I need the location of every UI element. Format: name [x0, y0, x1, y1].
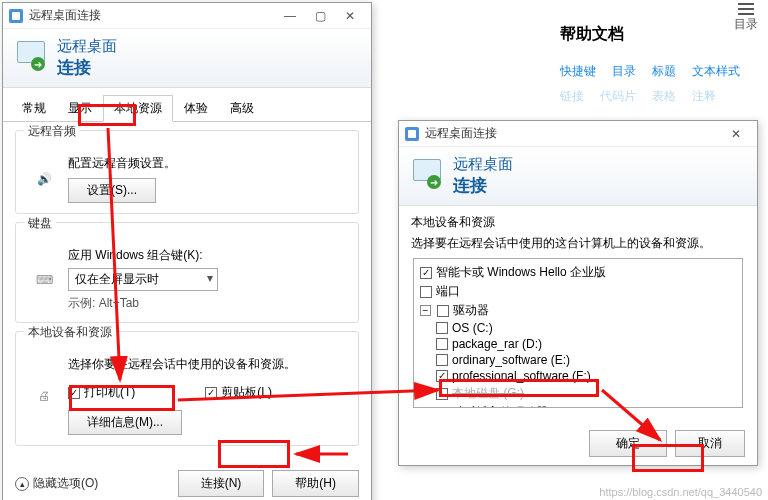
device-tree[interactable]: 智能卡或 Windows Hello 企业版 端口 −驱动器 OS (C:) p… — [413, 258, 743, 408]
group-keyboard: 键盘 ⌨ 应用 Windows 组合键(K): 仅在全屏显示时 示例: Alt+… — [15, 222, 359, 323]
help-button[interactable]: 帮助(H) — [272, 470, 359, 497]
tab-advanced[interactable]: 高级 — [219, 95, 265, 122]
audio-text: 配置远程音频设置。 — [68, 155, 348, 172]
close-button[interactable]: ✕ — [335, 9, 365, 23]
group-local-devices: 本地设备和资源 🖨 选择你要在远程会话中使用的设备和资源。 打印机(T) 剪贴板… — [15, 331, 359, 446]
window-title: 远程桌面连接 — [425, 125, 721, 142]
group-remote-audio: 远程音频 🔊 配置远程音频设置。 设置(S)... — [15, 130, 359, 214]
later-drives-checkbox[interactable] — [436, 407, 448, 409]
kb-example: 示例: Alt+Tab — [68, 295, 348, 312]
toc-icon[interactable]: 目录 — [734, 2, 758, 33]
drive-e-checkbox[interactable] — [436, 354, 448, 366]
banner: ➜ 远程桌面 连接 — [3, 29, 371, 88]
kb-label: 应用 Windows 组合键(K): — [68, 247, 348, 264]
keyboard-icon: ⌨ — [26, 265, 62, 295]
connect-button[interactable]: 连接(N) — [178, 470, 265, 497]
tab-general[interactable]: 常规 — [11, 95, 57, 122]
collapse-icon[interactable]: − — [420, 305, 431, 316]
more-devices-button[interactable]: 详细信息(M)... — [68, 410, 182, 435]
printer-checkbox[interactable]: 打印机(T) — [68, 383, 135, 402]
ports-checkbox[interactable] — [420, 286, 432, 298]
tab-local-resources[interactable]: 本地资源 — [103, 95, 173, 122]
dialog-footer: 确定 取消 — [399, 422, 757, 465]
audio-settings-button[interactable]: 设置(S)... — [68, 178, 156, 203]
rdc-devices-dialog: 远程桌面连接 ✕ ➜ 远程桌面 连接 本地设备和资源 选择要在远程会话中使用的这… — [398, 120, 758, 466]
titlebar[interactable]: 远程桌面连接 — ▢ ✕ — [3, 3, 371, 29]
rdc-icon: ➜ — [13, 41, 51, 75]
banner: ➜ 远程桌面 连接 — [399, 147, 757, 206]
devices-icon: 🖨 — [26, 381, 62, 411]
footer: ▴隐藏选项(O) 连接(N) 帮助(H) — [3, 462, 371, 500]
drive-d-checkbox[interactable] — [436, 338, 448, 350]
maximize-button[interactable]: ▢ — [305, 9, 335, 23]
speaker-icon: 🔊 — [26, 164, 62, 194]
close-button[interactable]: ✕ — [721, 127, 751, 141]
app-icon — [9, 9, 23, 23]
smartcard-checkbox[interactable] — [420, 267, 432, 279]
ok-button[interactable]: 确定 — [589, 430, 667, 457]
svg-rect-1 — [738, 8, 754, 10]
drive-g-checkbox[interactable] — [436, 388, 448, 400]
drive-c-checkbox[interactable] — [436, 322, 448, 334]
drives-checkbox[interactable] — [437, 305, 449, 317]
devices-text: 选择你要在远程会话中使用的设备和资源。 — [68, 356, 348, 373]
svg-rect-0 — [738, 3, 754, 5]
help-tab[interactable]: 标题 — [652, 63, 676, 80]
tab-display[interactable]: 显示 — [57, 95, 103, 122]
window-title: 远程桌面连接 — [29, 7, 275, 24]
help-tab[interactable]: 文本样式 — [692, 63, 740, 80]
kb-combo-select[interactable]: 仅在全屏显示时 — [68, 268, 218, 291]
minimize-button[interactable]: — — [275, 9, 305, 23]
rdc-main-window: 远程桌面连接 — ▢ ✕ ➜ 远程桌面 连接 常规 显示 本地资源 体验 高级 … — [2, 2, 372, 500]
titlebar[interactable]: 远程桌面连接 ✕ — [399, 121, 757, 147]
cancel-button[interactable]: 取消 — [675, 430, 745, 457]
tabs: 常规 显示 本地资源 体验 高级 — [3, 88, 371, 122]
drive-f-checkbox[interactable] — [436, 370, 448, 382]
help-tabs: 快捷键 目录 标题 文本样式 — [560, 57, 768, 86]
clipboard-checkbox[interactable]: 剪贴板(L) — [205, 383, 272, 402]
group-label: 本地设备和资源 — [411, 214, 745, 231]
svg-rect-2 — [738, 13, 754, 15]
help-tab[interactable]: 目录 — [612, 63, 636, 80]
help-tab[interactable]: 快捷键 — [560, 63, 596, 80]
help-tabs-row2: 链接代码片表格注释 — [560, 86, 768, 107]
hide-options-toggle[interactable]: ▴隐藏选项(O) — [15, 475, 170, 492]
app-icon — [405, 127, 419, 141]
help-doc-panel: 目录 帮助文档 快捷键 目录 标题 文本样式 链接代码片表格注释 — [560, 0, 768, 107]
group-desc: 选择要在远程会话中使用的这台计算机上的设备和资源。 — [411, 235, 745, 252]
tab-experience[interactable]: 体验 — [173, 95, 219, 122]
watermark: https://blog.csdn.net/qq_3440540 — [599, 486, 762, 498]
rdc-icon: ➜ — [409, 159, 447, 193]
